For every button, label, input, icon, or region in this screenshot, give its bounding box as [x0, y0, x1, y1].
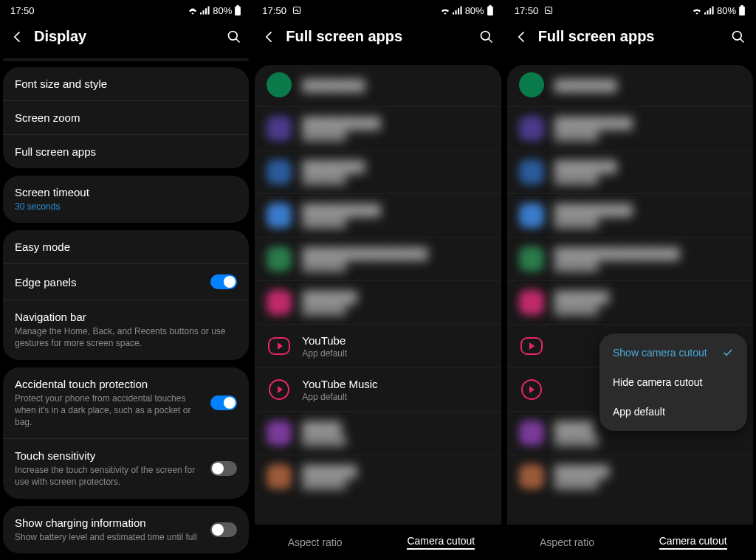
signal-icon: [704, 6, 715, 15]
svg-rect-1: [237, 5, 239, 7]
option-app-default[interactable]: App default: [599, 397, 747, 426]
app-icon: [519, 290, 544, 315]
youtube-icon: [519, 333, 544, 359]
row-charging-info[interactable]: Show charging information Show battery l…: [3, 506, 249, 553]
search-icon[interactable]: [227, 30, 241, 44]
app-label: ████████████: [302, 421, 489, 446]
screenshot-icon: [544, 6, 553, 15]
app-name: YouTube: [302, 334, 489, 347]
wifi-icon: [692, 6, 702, 15]
row-accidental-touch[interactable]: Accidental touch protection Protect your…: [3, 367, 249, 440]
screen-full-screen-apps-popup: 17:50 80% Full screen apps ████████ ████…: [504, 0, 756, 560]
status-icons: 80%: [188, 5, 241, 16]
back-icon[interactable]: [515, 30, 529, 44]
row-screen-zoom[interactable]: Screen zoom: [3, 101, 249, 135]
app-icon: [267, 203, 292, 228]
app-icon: [267, 246, 292, 272]
list-item[interactable]: █████████████████: [507, 194, 753, 238]
wifi-icon: [188, 6, 198, 15]
edge-panels-toggle[interactable]: [210, 274, 237, 289]
app-label: ████████: [302, 79, 489, 91]
list-item[interactable]: ████████████: [255, 412, 501, 455]
page-title: Full screen apps: [538, 28, 722, 45]
row-easy-mode[interactable]: Easy mode: [3, 230, 249, 264]
bottom-tabs: Aspect ratio Camera cutout: [252, 525, 504, 560]
list-item[interactable]: ███████████████: [255, 151, 501, 194]
status-icons: 80%: [692, 5, 746, 16]
youtube-music-icon: [267, 377, 292, 402]
search-icon[interactable]: [479, 30, 494, 44]
app-sub: App default: [302, 348, 489, 359]
status-icons: 80%: [440, 5, 494, 16]
accidental-touch-toggle[interactable]: [210, 395, 237, 410]
row-screen-timeout[interactable]: Screen timeout 30 seconds: [3, 176, 249, 223]
app-icon: [267, 464, 292, 489]
svg-rect-8: [739, 7, 745, 15]
app-label: ██████████████: [302, 465, 489, 489]
settings-group: Easy mode Edge panels Navigation bar Man…: [3, 230, 249, 359]
list-item[interactable]: ██████████████: [255, 455, 501, 498]
row-touch-sensitivity[interactable]: Touch sensitivity Increase the touch sen…: [3, 439, 249, 498]
list-item[interactable]: █████████████████: [507, 107, 753, 151]
svg-rect-9: [740, 5, 743, 7]
settings-group: Screen timeout 30 seconds: [3, 176, 249, 223]
svg-point-10: [732, 31, 741, 40]
battery-text: 80%: [717, 5, 736, 16]
list-item[interactable]: ████████: [255, 65, 501, 107]
charging-info-toggle[interactable]: [210, 522, 237, 537]
youtube-music-icon: [519, 377, 544, 402]
list-item[interactable]: ███████████████: [507, 151, 753, 194]
screen-full-screen-apps: 17:50 80% Full screen apps ████████ ████…: [252, 0, 504, 560]
row-full-screen-apps[interactable]: Full screen apps: [3, 135, 249, 168]
app-label: ██████████████: [554, 465, 741, 489]
app-label: ███████████████: [554, 160, 741, 184]
status-left: 17:50: [515, 5, 553, 16]
tab-aspect-ratio[interactable]: Aspect ratio: [252, 525, 378, 560]
svg-rect-5: [489, 5, 491, 7]
app-label: ███████████████████████: [554, 247, 741, 272]
app-label: ███████████████████████: [302, 247, 489, 272]
tab-camera-cutout[interactable]: Camera cutout: [378, 525, 504, 560]
app-label: █████████████████: [302, 204, 489, 228]
list-item-youtube[interactable]: YouTubeApp default: [255, 325, 501, 368]
bottom-tabs: Aspect ratio Camera cutout: [504, 525, 756, 560]
screenshot-icon: [292, 6, 301, 15]
app-label: ██████████████: [302, 291, 489, 315]
back-icon[interactable]: [10, 30, 25, 44]
back-icon[interactable]: [262, 30, 277, 44]
row-edge-panels[interactable]: Edge panels: [3, 264, 249, 300]
app-list[interactable]: ████████ █████████████████ █████████████…: [507, 65, 753, 525]
list-item[interactable]: ███████████████████████: [255, 238, 501, 281]
svg-point-2: [229, 31, 238, 40]
app-label: █████████████████: [302, 117, 489, 141]
list-item[interactable]: █████████████████: [255, 107, 501, 151]
app-list[interactable]: ████████ █████████████████ █████████████…: [255, 65, 501, 525]
youtube-icon: [267, 333, 292, 359]
list-item[interactable]: ██████████████: [507, 281, 753, 325]
option-show-cutout[interactable]: Show camera cutout: [599, 338, 747, 367]
search-icon[interactable]: [731, 30, 746, 44]
signal-icon: [200, 6, 210, 15]
list-item[interactable]: ██████████████: [507, 455, 753, 498]
tab-aspect-ratio[interactable]: Aspect ratio: [504, 525, 630, 560]
option-hide-cutout[interactable]: Hide camera cutout: [599, 367, 747, 397]
app-icon: [267, 421, 292, 446]
app-icon: [519, 159, 544, 184]
settings-group: Font size and style Screen zoom Full scr…: [3, 67, 249, 168]
tab-camera-cutout[interactable]: Camera cutout: [630, 525, 756, 560]
row-navigation-bar[interactable]: Navigation bar Manage the Home, Back, an…: [3, 300, 249, 359]
row-font-size[interactable]: Font size and style: [3, 67, 249, 101]
battery-icon: [738, 5, 746, 15]
list-item[interactable]: ██████████████: [255, 281, 501, 325]
list-item[interactable]: █████████████████: [255, 194, 501, 238]
list-item-youtube-music[interactable]: YouTube MusicApp default: [255, 368, 501, 412]
list-item[interactable]: ████████: [507, 65, 753, 107]
battery-text: 80%: [465, 5, 484, 16]
svg-point-6: [481, 31, 489, 40]
battery-icon: [487, 5, 494, 15]
svg-rect-4: [487, 7, 493, 15]
touch-sensitivity-toggle[interactable]: [210, 461, 237, 476]
list-item[interactable]: ███████████████████████: [507, 238, 753, 281]
status-left: 17:50: [262, 5, 300, 16]
screen-display-settings: 17:50 80% Display Font size and style Sc…: [0, 0, 252, 560]
